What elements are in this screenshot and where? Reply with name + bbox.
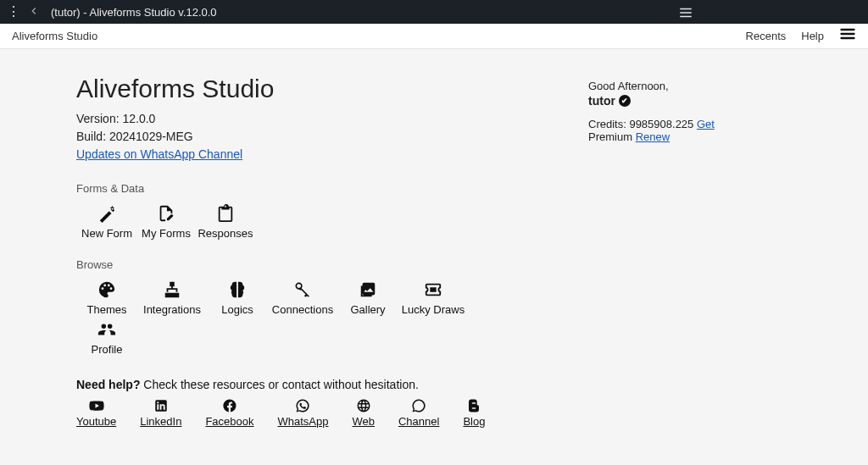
new-form-label: New Form <box>76 227 137 240</box>
svg-rect-7 <box>166 294 170 297</box>
browse-section-label: Browse <box>76 258 588 271</box>
network-icon <box>136 280 209 300</box>
ticket-icon <box>397 280 470 300</box>
integrations-label: Integrations <box>136 303 209 316</box>
linkedin-icon <box>140 396 181 415</box>
lucky-draws-label: Lucky Draws <box>397 303 470 316</box>
help-rest: Check these resources or contact without… <box>140 378 418 391</box>
brain-icon <box>207 280 268 300</box>
user-panel: Good Afternoon, tutor Credits: 9985908.2… <box>588 75 792 428</box>
facebook-link[interactable]: Facebook <box>205 396 253 428</box>
web-label: Web <box>352 415 375 428</box>
app-menubar: Aliveforms Studio Recents Help <box>0 24 868 49</box>
gallery-label: Gallery <box>337 303 398 316</box>
gallery-icon <box>337 280 398 300</box>
credits-prefix: Credits: <box>588 118 629 130</box>
file-edit-icon <box>136 203 197 224</box>
help-link[interactable]: Help <box>801 30 824 42</box>
whatsapp-link[interactable]: WhatsApp <box>278 396 329 428</box>
channel-link[interactable]: Channel <box>398 396 439 428</box>
app-menu-icon[interactable] <box>839 25 856 47</box>
svg-rect-9 <box>175 294 179 297</box>
greeting-text: Good Afternoon, <box>588 80 792 92</box>
logics-label: Logics <box>207 303 268 316</box>
window-titlebar: ⋮ (tutor) - Aliveforms Studio v.12.0.0 + <box>0 0 868 24</box>
renew-link[interactable]: Renew <box>636 130 670 143</box>
whatsapp-icon <box>278 396 329 415</box>
my-forms-label: My Forms <box>136 227 197 240</box>
help-links-row: Youtube LinkedIn Facebook WhatsApp Web C… <box>76 396 588 428</box>
youtube-icon <box>76 396 116 415</box>
svg-rect-8 <box>170 294 174 297</box>
linkedin-label: LinkedIn <box>140 415 181 428</box>
svg-rect-10 <box>430 287 436 292</box>
window-title: (tutor) - Aliveforms Studio v.12.0.0 <box>51 6 658 19</box>
globe-icon <box>352 396 375 415</box>
browse-row: Themes Integrations Logics Connections G… <box>76 276 588 316</box>
verified-badge-icon <box>619 95 631 107</box>
linkedin-link[interactable]: LinkedIn <box>140 396 181 428</box>
wand-icon <box>76 203 137 224</box>
username: tutor <box>588 94 615 108</box>
brand-label: Aliveforms Studio <box>12 30 731 42</box>
web-link[interactable]: Web <box>352 396 375 428</box>
whatsapp-label: WhatsApp <box>278 415 329 428</box>
key-icon <box>266 280 339 300</box>
build-label: Build: 20241029-MEG <box>76 128 588 146</box>
help-prefix: Need help? <box>76 378 140 391</box>
profile-label: Profile <box>76 343 137 356</box>
plus-icon[interactable]: + <box>658 5 668 25</box>
blog-label: Blog <box>463 415 485 428</box>
channel-icon <box>398 396 439 415</box>
channel-label: Channel <box>398 415 439 428</box>
back-button[interactable] <box>24 5 44 19</box>
kebab-menu-icon[interactable]: ⋮ <box>7 5 20 19</box>
my-forms-button[interactable]: My Forms <box>136 200 197 240</box>
users-icon <box>76 319 137 340</box>
palette-icon <box>76 280 137 300</box>
blog-icon <box>463 396 485 415</box>
updates-link[interactable]: Updates on WhatsApp Channel <box>76 147 242 161</box>
profile-button[interactable]: Profile <box>76 316 137 356</box>
youtube-label: Youtube <box>76 415 116 428</box>
get-credits-link[interactable]: Get <box>697 118 715 130</box>
version-label: Version: 12.0.0 <box>76 110 588 128</box>
facebook-label: Facebook <box>205 415 253 428</box>
themes-button[interactable]: Themes <box>76 276 137 316</box>
connections-button[interactable]: Connections <box>266 276 339 316</box>
new-form-button[interactable]: New Form <box>76 200 137 240</box>
premium-label: Premium <box>588 130 636 143</box>
recents-link[interactable]: Recents <box>746 30 787 42</box>
forms-row: New Form My Forms Responses <box>76 200 588 240</box>
clipboard-icon <box>195 203 256 224</box>
responses-label: Responses <box>195 227 256 240</box>
responses-button[interactable]: Responses <box>195 200 256 240</box>
credits-value: 9985908.225 <box>629 118 693 130</box>
youtube-link[interactable]: Youtube <box>76 396 116 428</box>
gallery-button[interactable]: Gallery <box>337 276 398 316</box>
forms-section-label: Forms & Data <box>76 182 588 195</box>
page-title: Aliveforms Studio <box>76 75 588 103</box>
lucky-draws-button[interactable]: Lucky Draws <box>397 276 470 316</box>
help-text: Need help? Check these resources or cont… <box>76 378 588 391</box>
svg-rect-6 <box>170 283 174 286</box>
themes-label: Themes <box>76 303 137 316</box>
connections-label: Connections <box>266 303 339 316</box>
hamburger-icon[interactable] <box>678 5 693 25</box>
credits-line: Credits: 9985908.225 Get <box>588 118 792 130</box>
logics-button[interactable]: Logics <box>207 276 268 316</box>
blog-link[interactable]: Blog <box>463 396 485 428</box>
integrations-button[interactable]: Integrations <box>136 276 209 316</box>
facebook-icon <box>205 396 253 415</box>
